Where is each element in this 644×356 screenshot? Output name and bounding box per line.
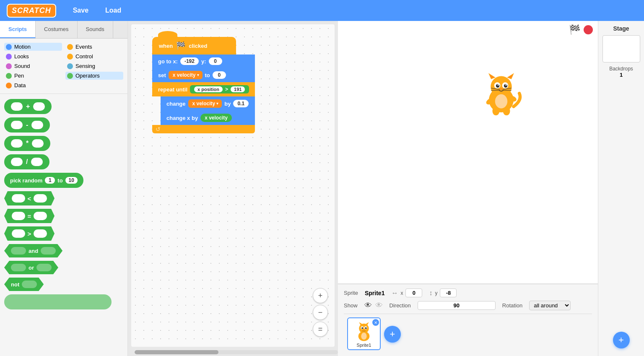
gt-slot-right bbox=[34, 229, 47, 238]
category-looks[interactable]: Looks bbox=[4, 52, 62, 60]
goto-y-input[interactable]: 0 bbox=[209, 57, 222, 65]
pick-to-label: to bbox=[57, 177, 62, 184]
goto-label: go to x: bbox=[158, 58, 178, 65]
category-pen-label: Pen bbox=[14, 73, 24, 79]
add-slot-right bbox=[33, 102, 45, 111]
tab-sounds[interactable]: Sounds bbox=[78, 21, 113, 38]
y-value[interactable]: -8 bbox=[440, 288, 457, 297]
mul-slot-right bbox=[32, 139, 44, 148]
block-change-var[interactable]: change x velocity by 0.1 bbox=[161, 96, 255, 111]
rotation-select[interactable]: all around left-right don't rotate bbox=[529, 301, 571, 310]
stage-thumbnail bbox=[602, 35, 640, 62]
c-block-inner: change x velocity by 0.1 change x by x v… bbox=[161, 96, 255, 125]
set-var-slot[interactable]: x velocity bbox=[169, 71, 203, 79]
cmp-var-label: x position bbox=[194, 86, 223, 92]
or-slot-left bbox=[11, 264, 26, 271]
script-area[interactable]: when 🏁 clicked go to x: -192 y: 0 set bbox=[131, 24, 335, 347]
tabs-bar: Scripts Costumes Sounds bbox=[0, 21, 127, 39]
pick-from-slot[interactable]: 1 bbox=[45, 177, 55, 184]
block-sub[interactable]: - bbox=[4, 117, 50, 133]
hat-block-when-clicked[interactable]: when 🏁 clicked bbox=[152, 37, 236, 55]
sprite-thumbnail-sprite1[interactable]: ✕ bbox=[347, 317, 381, 350]
and-slot-left bbox=[11, 247, 26, 255]
category-data[interactable]: Data bbox=[4, 81, 62, 89]
load-button[interactable]: Load bbox=[105, 7, 121, 14]
category-sound[interactable]: Sound bbox=[4, 62, 62, 70]
scrollbar-thumb bbox=[135, 350, 218, 354]
eq-op: = bbox=[28, 213, 31, 220]
hide-eye-icon[interactable]: 👁 bbox=[375, 301, 383, 310]
block-greater-than[interactable]: > bbox=[4, 226, 55, 241]
cmp-block-inline: x position > 191 bbox=[190, 85, 249, 94]
block-less-than[interactable]: < bbox=[4, 191, 55, 205]
zoom-in-button[interactable]: + bbox=[313, 288, 328, 303]
block-add[interactable]: + bbox=[4, 99, 52, 114]
set-to-label: to bbox=[205, 72, 210, 78]
tab-costumes[interactable]: Costumes bbox=[36, 21, 78, 38]
right-panel: 🏁 bbox=[338, 21, 598, 356]
category-sensing-label: Sensing bbox=[75, 63, 95, 69]
category-operators[interactable]: Operators bbox=[65, 72, 123, 80]
block-change-x[interactable]: change x by x velocity bbox=[161, 111, 255, 125]
or-slot-right bbox=[36, 264, 52, 271]
set-val-input[interactable]: 0 bbox=[213, 71, 226, 79]
category-events-label: Events bbox=[75, 44, 92, 50]
c-footer-arrow: ↺ bbox=[156, 126, 161, 133]
change-label: change bbox=[166, 101, 186, 107]
svg-point-1 bbox=[491, 76, 512, 98]
goto-x-input[interactable]: -192 bbox=[180, 57, 199, 65]
x-value[interactable]: 0 bbox=[405, 288, 422, 297]
category-control[interactable]: Control bbox=[65, 52, 123, 60]
show-eye-icon[interactable]: 👁 bbox=[364, 301, 372, 310]
green-flag-button[interactable]: 🏁 bbox=[569, 24, 580, 35]
save-button[interactable]: Save bbox=[73, 7, 88, 14]
change-var-slot[interactable]: x velocity bbox=[188, 99, 222, 108]
category-pen[interactable]: Pen bbox=[4, 72, 62, 80]
category-motion[interactable]: Motion bbox=[4, 43, 62, 51]
c-block-header[interactable]: repeat until x position > 191 bbox=[152, 82, 255, 96]
script-area-scrollbar[interactable] bbox=[135, 350, 338, 354]
block-goto[interactable]: go to x: -192 y: 0 bbox=[152, 55, 255, 68]
change-val-input[interactable]: 0.1 bbox=[233, 100, 249, 107]
sprite-delete-button[interactable]: ✕ bbox=[372, 319, 379, 326]
svg-point-29 bbox=[363, 329, 364, 330]
block-not[interactable]: not bbox=[4, 278, 44, 291]
zoom-out-button[interactable]: − bbox=[313, 305, 328, 320]
add-sprite-button[interactable]: + bbox=[384, 326, 401, 343]
stop-button[interactable] bbox=[584, 25, 593, 34]
category-events[interactable]: Events bbox=[65, 43, 123, 51]
x-coord-icon: ↔ bbox=[391, 289, 398, 297]
script-zoom-controls: + − = bbox=[313, 288, 328, 337]
motion-dot bbox=[6, 44, 12, 50]
zoom-reset-button[interactable]: = bbox=[313, 322, 328, 337]
events-dot bbox=[67, 44, 73, 50]
category-operators-label: Operators bbox=[75, 73, 100, 79]
block-mul[interactable]: * bbox=[4, 136, 50, 151]
block-pick-random[interactable]: pick random 1 to 10 bbox=[4, 173, 83, 188]
script-area-container: when 🏁 clicked go to x: -192 y: 0 set bbox=[128, 21, 338, 356]
category-sensing[interactable]: Sensing bbox=[65, 62, 123, 70]
block-set-var[interactable]: set x velocity to 0 bbox=[152, 68, 255, 82]
hat-flag-icon: 🏁 bbox=[176, 41, 185, 50]
block-div[interactable]: / bbox=[4, 154, 49, 169]
operators-dot bbox=[67, 73, 73, 79]
gt-op: > bbox=[28, 230, 31, 237]
direction-label: Direction bbox=[390, 302, 411, 309]
block-and[interactable]: and bbox=[4, 244, 62, 257]
direction-input[interactable] bbox=[418, 301, 496, 310]
blocks-workspace: when 🏁 clicked go to x: -192 y: 0 set bbox=[152, 37, 255, 133]
c-block-repeat-until: repeat until x position > 191 change bbox=[152, 82, 255, 133]
pick-to-slot[interactable]: 10 bbox=[65, 177, 78, 184]
block-or[interactable]: or bbox=[4, 261, 58, 274]
add-backdrop-button[interactable]: + bbox=[613, 332, 630, 348]
scratch-logo[interactable]: SCRATCH bbox=[7, 4, 56, 18]
svg-point-20 bbox=[503, 107, 510, 115]
block-equals[interactable]: = bbox=[4, 209, 55, 223]
tab-scripts[interactable]: Scripts bbox=[0, 21, 36, 38]
cmp-op-label: > bbox=[225, 86, 228, 92]
y-label: y bbox=[435, 290, 437, 296]
y-coord-icon: ↕ bbox=[429, 289, 432, 297]
lt-slot-left bbox=[12, 194, 25, 203]
sensing-dot bbox=[67, 63, 73, 69]
svg-point-12 bbox=[500, 88, 502, 90]
